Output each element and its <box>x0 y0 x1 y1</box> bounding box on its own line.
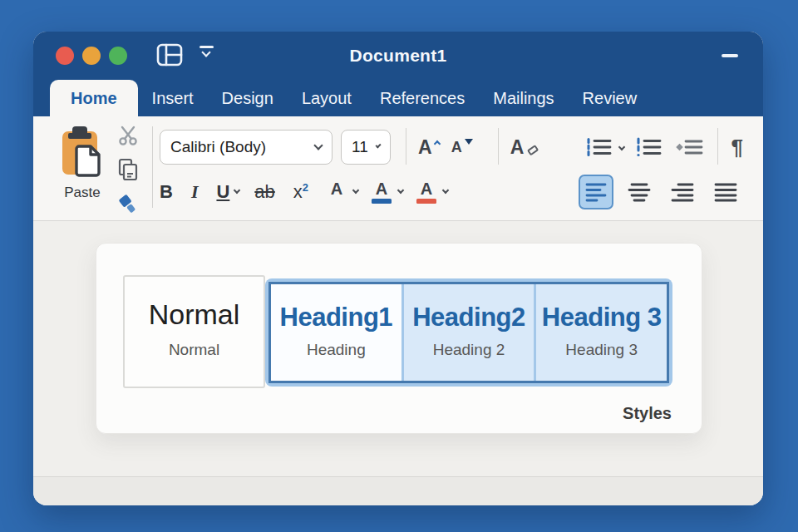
chevron-down-icon <box>375 142 381 148</box>
font-color-swatch <box>372 199 392 204</box>
window-title: Document1 <box>33 32 763 80</box>
styles-group-label: Styles <box>623 404 672 423</box>
align-right-button[interactable] <box>665 175 700 209</box>
style-caption: Heading 2 <box>404 341 534 359</box>
italic-button[interactable]: I <box>191 181 199 203</box>
highlight-color-button[interactable]: A <box>416 180 436 204</box>
underline-chevron-icon[interactable] <box>234 187 240 194</box>
tab-references[interactable]: References <box>366 80 479 116</box>
bullet-list-button[interactable] <box>586 136 613 158</box>
pilcrow-button[interactable]: ¶ <box>732 135 743 160</box>
font-name-value: Calibri (Body) <box>170 138 307 156</box>
copy-button[interactable] <box>117 158 139 185</box>
align-left-button[interactable] <box>579 175 613 209</box>
style-card-heading1[interactable]: Heading1 Heading <box>271 284 401 381</box>
tab-insert[interactable]: Insert <box>138 80 208 116</box>
caret-down-icon <box>465 139 473 145</box>
tab-design[interactable]: Design <box>208 80 288 116</box>
status-bar <box>33 476 763 505</box>
grow-font-button[interactable]: A <box>418 136 440 159</box>
highlight-chevron-icon[interactable] <box>442 187 449 194</box>
tab-review[interactable]: Review <box>569 80 652 116</box>
style-title: Heading1 <box>271 303 401 332</box>
tab-home[interactable]: Home <box>50 80 138 116</box>
font-color-chevron-icon[interactable] <box>397 187 404 194</box>
style-card-normal[interactable]: Normal Normal <box>123 275 265 388</box>
style-caption: Heading 3 <box>536 341 667 359</box>
font-size-value: 11 <box>352 138 368 156</box>
minimize-dash-icon[interactable] <box>722 54 738 57</box>
font-color-button[interactable]: A <box>372 180 392 204</box>
align-justify-button[interactable] <box>708 175 743 209</box>
style-title: Heading 3 <box>536 303 667 332</box>
cut-button[interactable] <box>117 125 139 150</box>
paste-button[interactable]: Paste <box>55 125 110 201</box>
style-caption: Heading <box>271 341 401 359</box>
numbered-list-button[interactable] <box>636 136 663 158</box>
indent-button[interactable] <box>676 136 704 158</box>
text-effects-chevron-icon[interactable] <box>352 187 359 194</box>
clear-formatting-button[interactable]: A <box>510 136 534 159</box>
document-area: Normal Normal Heading1 Heading Heading2 … <box>33 221 763 476</box>
tab-layout[interactable]: Layout <box>288 80 366 116</box>
style-caption: Normal <box>125 341 264 359</box>
word-window: Document1 Home Insert Design Layout Refe… <box>33 32 763 505</box>
style-title: Normal <box>125 298 264 331</box>
font-size-select[interactable]: 11 <box>341 130 391 165</box>
underline-button[interactable]: U <box>216 181 229 203</box>
bullet-list-chevron-icon[interactable] <box>618 144 624 150</box>
styles-selection-group: Heading1 Heading Heading2 Heading 2 Head… <box>265 278 672 387</box>
font-name-select[interactable]: Calibri (Body) <box>160 130 332 165</box>
shrink-font-button[interactable]: A <box>451 139 473 156</box>
style-title: Heading2 <box>404 303 534 332</box>
superscript-button[interactable]: x2 <box>293 181 308 203</box>
ribbon-tabbar: Home Insert Design Layout References Mai… <box>33 80 763 116</box>
text-effects-button[interactable]: A <box>327 180 347 204</box>
format-painter-button[interactable] <box>116 193 140 219</box>
titlebar: Document1 <box>33 32 763 80</box>
highlight-color-swatch <box>416 199 436 204</box>
caret-up-icon <box>433 140 440 146</box>
home-ribbon: Paste <box>33 116 763 221</box>
bold-button[interactable]: B <box>160 181 173 203</box>
chevron-down-icon <box>313 140 323 150</box>
style-card-heading3[interactable]: Heading 3 Heading 3 <box>534 284 667 381</box>
paste-label: Paste <box>55 185 110 201</box>
align-center-button[interactable] <box>622 175 657 209</box>
eraser-icon <box>527 145 539 155</box>
style-card-heading2[interactable]: Heading2 Heading 2 <box>401 284 534 381</box>
tab-mailings[interactable]: Mailings <box>479 80 568 116</box>
strikethrough-button[interactable]: ab <box>254 181 274 203</box>
paste-clipboard-icon <box>56 168 109 182</box>
styles-gallery-panel: Normal Normal Heading1 Heading Heading2 … <box>96 243 702 434</box>
